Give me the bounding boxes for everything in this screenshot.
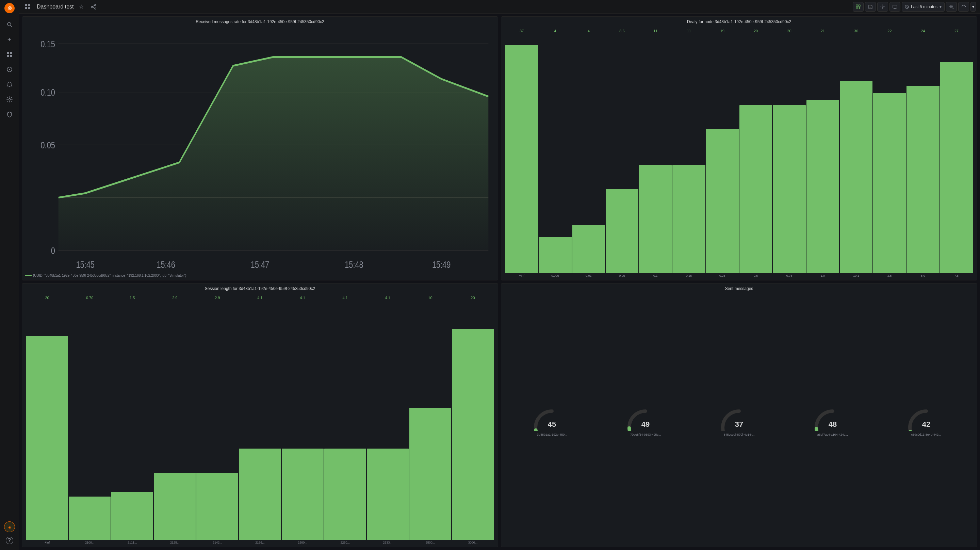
gauge-svg: 37 [719, 404, 759, 431]
svg-rect-29 [893, 5, 897, 8]
gauge-item: 42c5dc0d11-8e4d-449... [906, 404, 947, 436]
svg-point-2 [8, 22, 11, 26]
sidebar-item-alerting[interactable] [3, 78, 16, 91]
share-icon[interactable] [89, 2, 98, 11]
gauge-item: 37845ccedf-870f-4e14-... [719, 404, 759, 436]
delay-bar-value: 8.6 [606, 29, 638, 33]
svg-rect-27 [869, 5, 871, 6]
delay-bar-col [873, 33, 906, 273]
svg-text:15:46: 15:46 [156, 259, 175, 269]
avatar[interactable]: ◈ [4, 521, 15, 532]
delay-bar-value: 22 [873, 29, 906, 33]
session-bar-inner [154, 473, 196, 540]
session-bar-value: 20 [26, 296, 68, 300]
grafana-logo[interactable]: ⊗ [4, 3, 15, 14]
delay-bar-value: 4 [539, 29, 571, 33]
delay-bar-inner [907, 86, 939, 273]
svg-rect-6 [7, 55, 9, 57]
zoom-out-button[interactable] [946, 2, 957, 11]
svg-rect-26 [869, 7, 872, 8]
svg-line-21 [92, 5, 95, 6]
more-button[interactable]: ▾ [970, 2, 976, 11]
delay-bar-value: 20 [740, 29, 772, 33]
sidebar-item-add[interactable]: + [3, 33, 16, 46]
main-area: Dashboard test ☆ [19, 0, 980, 550]
delay-bar-inner [840, 81, 872, 273]
delay-bar-col [907, 33, 939, 273]
time-range-label: Last 5 minutes [911, 5, 937, 9]
session-bar-col [239, 300, 281, 540]
session-bar-col [69, 300, 111, 540]
session-bar-values: 200.701.52.92.94.14.14.14.11020 [25, 293, 495, 300]
svg-rect-24 [859, 5, 860, 6]
delay-bar-label: 7.5 [940, 274, 973, 277]
svg-point-11 [8, 99, 10, 100]
session-bar-value: 4.1 [239, 296, 281, 300]
legend-line-indicator [25, 275, 32, 276]
dashboard-grid-icon [23, 2, 33, 11]
delay-bar-value: 19 [706, 29, 739, 33]
svg-rect-5 [10, 52, 12, 54]
gauge-item: 48a5ef7ac4-a104-424c... [812, 404, 853, 436]
svg-text:15:47: 15:47 [251, 259, 269, 269]
gauge-svg: 49 [625, 404, 666, 431]
session-bars-area [25, 300, 495, 540]
delay-bar-label: 0.5 [740, 274, 772, 277]
delay-bars-area [504, 33, 974, 273]
session-bar-col [154, 300, 196, 540]
svg-line-22 [92, 7, 95, 8]
delay-bar-inner [539, 237, 571, 273]
sidebar-item-dashboards[interactable] [3, 48, 16, 61]
dashboard-content: Received messages rate for 3d48b1a1-192e… [19, 14, 980, 550]
delay-bar-col [840, 33, 872, 273]
star-icon[interactable]: ☆ [76, 2, 86, 11]
delay-bar-col [940, 33, 973, 273]
delay-bar-inner [572, 225, 605, 273]
svg-rect-25 [856, 7, 858, 9]
delay-bar-label: 0.75 [773, 274, 805, 277]
session-bar-col [26, 300, 68, 540]
save-button[interactable] [865, 2, 876, 11]
session-bar-inner [367, 449, 409, 540]
delay-bar-label: 0.25 [706, 274, 739, 277]
refresh-button[interactable] [958, 2, 969, 11]
sidebar-item-search[interactable] [3, 18, 16, 31]
session-bar-value: 4.1 [282, 296, 324, 300]
panel-delay-bar: Dealy for node 3d48b1a1-192e-450e-959f-2… [501, 16, 977, 281]
tv-button[interactable] [889, 2, 900, 11]
delay-bar-value: 20 [773, 29, 805, 33]
sidebar-item-shield[interactable] [3, 108, 16, 121]
panel-line-chart: Received messages rate for 3d48b1a1-192e… [22, 16, 498, 281]
dashboard-title: Dashboard test [37, 4, 74, 10]
session-bar-inner [26, 336, 68, 540]
delay-bar-col [606, 33, 638, 273]
session-bar-inner [239, 449, 281, 540]
session-bar-col [452, 300, 494, 540]
sidebar-item-help[interactable]: ? [3, 534, 16, 547]
time-range-picker[interactable]: Last 5 minutes ▾ [902, 2, 945, 11]
gauge-value: 45 [548, 420, 556, 429]
svg-point-9 [9, 69, 10, 70]
gauge-value: 48 [829, 420, 837, 429]
delay-bar-inner [773, 105, 805, 273]
delay-bar-col [672, 33, 705, 273]
gauge-svg: 45 [531, 404, 572, 431]
delay-bar-col [773, 33, 805, 273]
sidebar-item-settings[interactable] [3, 92, 16, 106]
sidebar-item-explore[interactable] [3, 63, 16, 76]
settings-button[interactable] [877, 2, 888, 11]
session-bar-label: 2142... [196, 541, 238, 544]
gauge-label: 845ccedf-870f-4e14-... [724, 433, 755, 436]
svg-text:0.15: 0.15 [41, 38, 55, 49]
delay-bar-value: 4 [572, 29, 605, 33]
delay-bar-col [807, 33, 839, 273]
session-bar-inner [196, 473, 238, 540]
session-bar-value: 10 [409, 296, 451, 300]
svg-point-18 [95, 5, 96, 6]
line-chart-title: Received messages rate for 3d48b1a1-192e… [25, 19, 495, 24]
delay-bar-value: 11 [672, 29, 705, 33]
session-bar-label: 2100... [69, 541, 111, 544]
session-bar-value: 1.5 [111, 296, 153, 300]
add-panel-button[interactable] [853, 2, 864, 11]
delay-bar-col [539, 33, 571, 273]
